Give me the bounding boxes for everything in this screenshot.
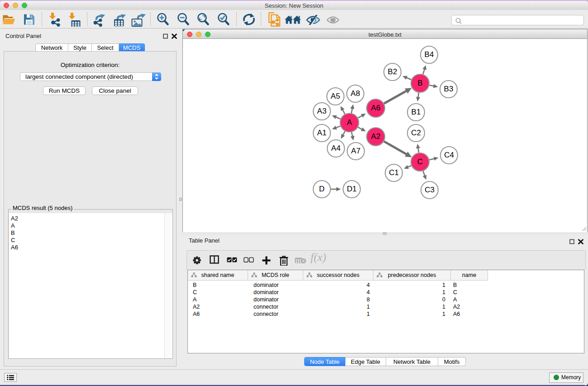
svg-text:C3: C3 bbox=[425, 186, 435, 194]
svg-text:B1: B1 bbox=[411, 108, 421, 116]
svg-text:A5: A5 bbox=[331, 92, 340, 100]
svg-text:C1: C1 bbox=[389, 168, 399, 177]
svg-text:B3: B3 bbox=[444, 85, 454, 93]
svg-text:C: C bbox=[417, 157, 423, 166]
svg-text:B: B bbox=[417, 79, 422, 87]
svg-text:A7: A7 bbox=[351, 147, 361, 155]
svg-text:C4: C4 bbox=[444, 151, 454, 159]
svg-text:A4: A4 bbox=[331, 144, 341, 152]
svg-text:B2: B2 bbox=[388, 67, 397, 76]
svg-text:A8: A8 bbox=[351, 89, 360, 98]
svg-text:B4: B4 bbox=[425, 50, 434, 59]
svg-text:C2: C2 bbox=[411, 129, 421, 137]
svg-text:D: D bbox=[319, 185, 325, 193]
svg-text:A2: A2 bbox=[371, 132, 381, 141]
svg-text:D1: D1 bbox=[347, 185, 357, 193]
svg-text:A6: A6 bbox=[371, 104, 381, 112]
svg-text:A1: A1 bbox=[317, 129, 327, 137]
svg-text:A: A bbox=[347, 118, 352, 127]
svg-text:A3: A3 bbox=[317, 107, 327, 115]
